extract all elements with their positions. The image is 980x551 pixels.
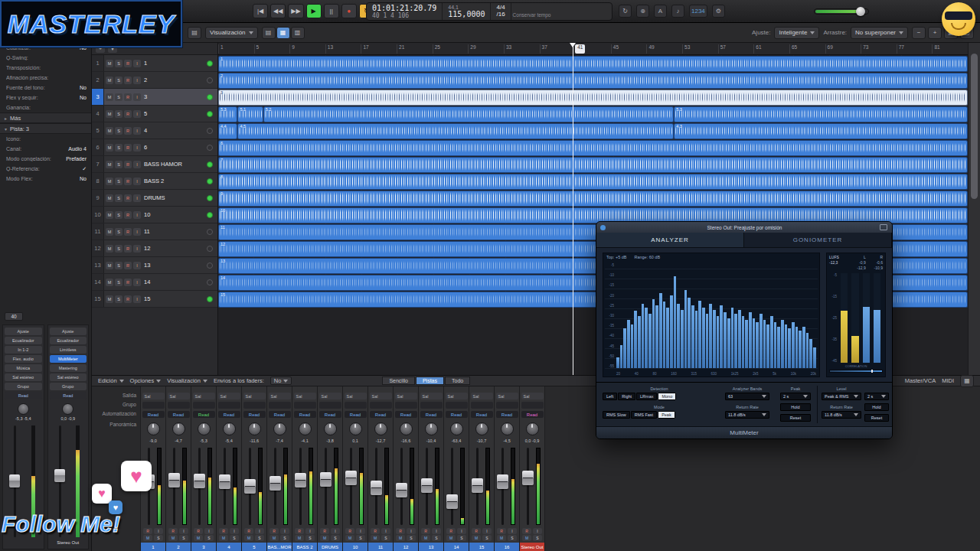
solo-button[interactable]: S <box>255 535 264 541</box>
pan-knob[interactable] <box>526 422 539 435</box>
solo-button[interactable]: S <box>204 535 214 541</box>
ruler-bar-number[interactable]: 17 <box>361 44 368 54</box>
record-enable-button[interactable]: R <box>320 528 329 534</box>
mixer-menu-edicion[interactable]: Edición <box>98 377 124 384</box>
record-enable-button[interactable]: R <box>219 528 228 534</box>
channel-strip-slot[interactable]: Ajuste <box>50 328 87 335</box>
record-enable-button[interactable]: R <box>472 528 481 534</box>
solo-button[interactable]: S <box>280 535 289 541</box>
record-button[interactable]: ● <box>341 4 357 18</box>
ruler-bar-number[interactable]: 61 <box>753 44 761 54</box>
record-enable-button[interactable]: R <box>522 528 531 534</box>
forward-button[interactable]: ▶▶ <box>288 4 303 18</box>
view-toggle-grid-icon[interactable]: ▦ <box>276 27 290 39</box>
track-header[interactable]: 4MSRI5 <box>92 106 217 122</box>
channel-strip-slot[interactable]: Read <box>5 392 42 399</box>
automation-mode-button[interactable]: Read <box>269 411 291 418</box>
mute-button[interactable]: M <box>421 535 430 541</box>
track-header[interactable]: 11MSRI11 <box>92 223 217 240</box>
mode-peak-button[interactable]: Peak <box>658 411 675 419</box>
lcd-tempo-block[interactable]: 44,1 115,0000 <box>443 3 491 20</box>
track-i-button[interactable]: I <box>133 77 141 84</box>
track-s-button[interactable]: S <box>115 194 122 202</box>
track-i-button[interactable]: I <box>133 127 141 135</box>
mixer-channel-strip[interactable]: SalRead0,0 -0,9RIMSStereo Out <box>520 386 545 551</box>
mixer-channel-strip[interactable]: SalRead-63,4RIMS14 <box>444 386 469 551</box>
solo-button[interactable]: S <box>457 535 466 541</box>
ruler-bar-number[interactable]: 33 <box>504 44 511 54</box>
track-s-button[interactable]: S <box>115 211 122 219</box>
track-header[interactable]: 6MSRI6 <box>92 139 217 156</box>
channel-strip-slot[interactable]: Ecualizador <box>50 337 87 344</box>
pan-knob[interactable] <box>198 422 211 435</box>
track-header[interactable]: 1MSRI1 <box>92 55 217 72</box>
track-r-button[interactable]: R <box>124 211 132 219</box>
pan-knob[interactable] <box>374 422 387 435</box>
track-r-button[interactable]: R <box>124 194 132 202</box>
track-m-button[interactable]: M <box>106 262 113 269</box>
track-s-button[interactable]: S <box>115 77 122 84</box>
record-enable-button[interactable]: R <box>421 528 430 534</box>
automation-mode-button[interactable]: Read <box>395 411 417 418</box>
channel-strip-slot[interactable]: MultiMeter <box>50 355 87 363</box>
send-slot-button[interactable]: Sal <box>345 393 367 399</box>
lcd-signature-block[interactable]: 4/4 /16 <box>491 3 511 20</box>
track-lane[interactable]: 9 <box>218 190 968 207</box>
fader-cap[interactable] <box>446 494 458 509</box>
bar-ruler[interactable]: 159131721252933374145495357616569737781 <box>218 43 968 55</box>
mute-button[interactable]: M <box>143 535 152 541</box>
track-i-button[interactable]: I <box>133 144 141 152</box>
track-lane[interactable]: 2 <box>218 72 968 89</box>
automation-mode-button[interactable]: Read <box>471 411 493 418</box>
track-m-button[interactable]: M <box>106 245 113 253</box>
fader-cap[interactable] <box>320 472 332 487</box>
inspector-track-row[interactable]: ▾Pista: 3 <box>0 123 91 134</box>
analyzer-top-label[interactable]: Top: +5 dB <box>606 255 626 259</box>
fader-cap[interactable] <box>345 471 357 485</box>
channel-strip-slot[interactable]: Mastering <box>50 364 87 372</box>
track-m-button[interactable]: M <box>106 77 113 84</box>
detection-mono-button[interactable]: Mono <box>658 393 676 400</box>
track-s-button[interactable]: S <box>115 60 122 67</box>
ruler-bar-number[interactable]: 9 <box>289 44 295 54</box>
track-power-indicator[interactable] <box>207 145 213 151</box>
record-enable-button[interactable]: R <box>168 528 178 534</box>
ruler-bar-number[interactable]: 1 <box>218 44 224 54</box>
send-slot-button[interactable]: Sal <box>193 393 215 399</box>
mixer-menu-opciones[interactable]: Opciones <box>130 377 162 384</box>
reset-button[interactable]: Reset <box>780 414 811 422</box>
audio-region[interactable]: 4.5 <box>237 123 674 139</box>
track-m-button[interactable]: M <box>106 211 113 219</box>
channel-strip-slot[interactable]: Grupo <box>50 383 87 390</box>
mute-button[interactable]: M <box>295 535 304 541</box>
mixer-channel-strip[interactable]: SalRead0,1RIMS10 <box>343 386 368 551</box>
group-slot[interactable] <box>496 402 518 409</box>
mixer-channel-strip[interactable]: SalRead-16,6RIMS12 <box>394 386 419 551</box>
solo-button[interactable]: S <box>432 535 441 541</box>
volume-fader[interactable] <box>217 446 241 527</box>
mode-rms-slow-button[interactable]: RMS Slow <box>603 411 630 419</box>
track-i-button[interactable]: I <box>133 245 141 253</box>
mute-button[interactable]: M <box>270 535 279 541</box>
record-enable-button[interactable]: R <box>446 528 456 534</box>
mode-rms-fast-button[interactable]: RMS Fast <box>631 411 657 419</box>
input-monitor-button[interactable]: I <box>305 528 315 534</box>
send-slot-button[interactable]: Sal <box>168 393 190 399</box>
count-in-icon[interactable]: 1234 <box>689 5 707 18</box>
channel-strip-slot[interactable]: Sal estéreo <box>50 373 87 381</box>
track-power-indicator[interactable] <box>207 195 213 201</box>
track-m-button[interactable]: M <box>106 178 113 185</box>
ruler-bar-number[interactable]: 45 <box>611 44 619 54</box>
mixer-channel-strip[interactable]: SalRead-4,5RIMS16 <box>495 386 520 551</box>
level-dropdown[interactable]: Peak & RMS <box>822 393 861 400</box>
zoom-out-icon[interactable]: − <box>912 27 926 39</box>
volume-fader[interactable] <box>368 446 393 527</box>
record-enable-button[interactable]: R <box>371 528 380 534</box>
midi-button[interactable]: MIDI <box>942 377 954 384</box>
record-enable-button[interactable]: R <box>194 528 203 534</box>
pan-knob[interactable] <box>299 422 312 435</box>
track-header[interactable]: 12MSRI12 <box>92 240 217 257</box>
pan-knob[interactable] <box>349 422 362 435</box>
track-s-button[interactable]: S <box>115 245 122 253</box>
audio-region[interactable]: 3 <box>218 90 968 106</box>
